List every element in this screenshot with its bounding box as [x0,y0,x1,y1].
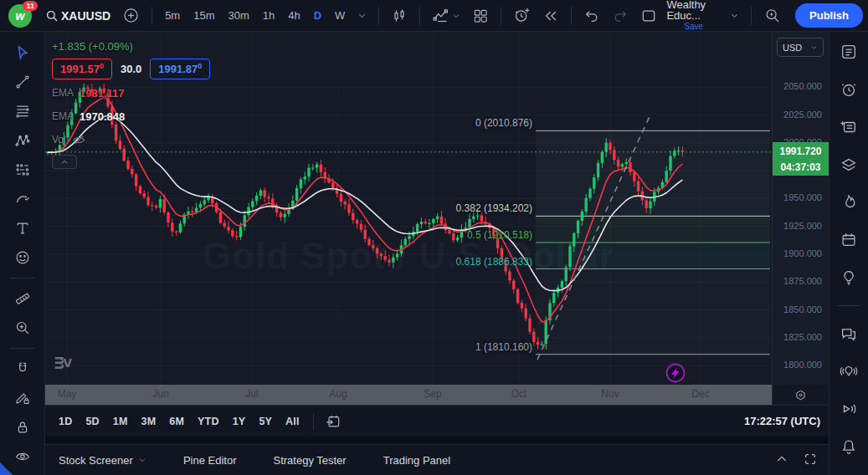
toolbar-separator [571,7,572,25]
streams-button[interactable] [836,399,861,419]
timeframe-1d-active[interactable]: D [309,7,326,24]
drawing-mode-lock-button[interactable] [8,389,37,407]
lock-icon [14,419,31,436]
object-tree-button[interactable] [836,155,861,175]
news-flow-button[interactable] [836,117,861,137]
toolbar-separator [10,278,35,278]
undo-button[interactable] [579,5,604,27]
emoji-tool-button[interactable] [8,248,37,267]
tab-strategy-tester[interactable]: Strategy Tester [273,454,346,467]
goto-date-button[interactable] [321,411,346,432]
month-label: Jul [245,388,258,400]
user-avatar[interactable]: w 11 [8,4,32,28]
range-1d[interactable]: 1D [52,412,79,431]
price-tick: 1950.000 [783,192,822,202]
timeframe-menu-button[interactable] [353,8,371,23]
chat-button[interactable] [836,324,861,344]
range-5y[interactable]: 5Y [252,412,279,431]
expand-panel-button[interactable] [775,452,788,468]
range-all[interactable]: All [279,412,306,431]
timeframe-1w[interactable]: W [330,7,350,24]
bar-replay-button[interactable] [538,5,563,27]
zoom-in-icon [14,319,31,336]
currency-dropdown[interactable]: USD [777,38,824,57]
ema-1-value: 1981.117 [80,87,125,100]
layout-name-button[interactable]: Wealthy Educ... Save [665,0,722,32]
range-1m[interactable]: 1M [106,412,135,431]
redo-button[interactable] [608,5,633,27]
toolbar-separator [378,7,379,25]
pattern-tool-button[interactable] [8,131,37,150]
notification-count-badge: 11 [23,1,38,11]
brush-tool-button[interactable] [8,190,37,208]
tradingview-logo[interactable]: ᴟᴠ [54,353,71,371]
toolbar-separator [152,7,152,25]
calendar-icon [840,231,858,249]
search-icon [44,8,59,23]
buy-price-button[interactable]: 1991.870 [150,59,210,79]
top-toolbar: w 11 XAUUSD 5m 15m 30m 1h 4h D W [0,0,868,32]
timeframe-5m[interactable]: 5m [160,7,185,24]
my-ideas-button[interactable] [836,268,861,288]
range-3m[interactable]: 3M [135,412,163,431]
right-sidebar [829,32,868,475]
publish-button[interactable]: Publish [795,3,863,28]
range-ytd[interactable]: YTD [191,412,226,431]
range-toolbar: 1D 5D 1M 3M 6M YTD 1Y 5Y All 17:22:57 (U… [45,405,829,437]
measure-tool-button[interactable] [8,289,37,308]
layout-menu-button[interactable] [726,8,743,23]
current-price-badge: 1991.720 04:37:03 [773,142,829,176]
sell-price-button[interactable]: 1991.570 [52,59,112,79]
trend-line-tool-button[interactable] [8,73,37,91]
layout-manager-button[interactable] [636,5,661,27]
corner-notification-triangle[interactable] [0,462,13,475]
range-6m[interactable]: 6M [162,412,191,431]
time-axis[interactable]: MayJunJulAugSepOctNovDec [45,385,772,405]
lock-all-drawings-button[interactable] [8,418,37,437]
price-axis[interactable]: USD 2050.0002025.0002000.0001975.0001950… [772,32,829,385]
lightbulb-waves-icon [840,362,858,381]
alerts-button[interactable] [836,79,861,100]
save-label[interactable]: Save [684,21,703,32]
calendar-button[interactable] [836,230,861,250]
timeframe-30m[interactable]: 30m [223,7,254,24]
ema-indicator-row[interactable]: EMA 1981.117 [52,83,210,103]
fib-level-label: 0.5 (1910.518) [467,229,532,241]
magnet-mode-button[interactable] [8,360,37,378]
zoom-in-tool-button[interactable] [8,319,37,337]
forecast-tool-button[interactable] [8,161,37,179]
ema-indicator-row[interactable]: EMA 1970.848 [52,106,210,126]
text-tool-button[interactable] [8,219,37,238]
watchlist-button[interactable] [836,42,861,62]
legend-collapse-button[interactable] [52,155,77,169]
range-5d[interactable]: 5D [79,412,105,431]
range-1y[interactable]: 1Y [226,412,253,431]
play-waves-icon [840,400,858,418]
symbol-search-button[interactable]: XAUUSD [40,6,115,26]
chart-pane[interactable]: Gold Spot / U.S. Dollar 0 (2010.876)0.38… [45,32,772,385]
tab-stock-screener[interactable]: Stock Screener [59,454,146,467]
volume-indicator-row[interactable]: Vol [52,130,210,150]
price-tick: 1825.000 [783,332,822,342]
server-clock[interactable]: 17:22:57 (UTC) [744,415,820,427]
timeframe-4h[interactable]: 4h [283,7,305,24]
compare-add-symbol-button[interactable] [118,4,144,27]
magnet-icon [14,360,31,377]
tab-pine-editor[interactable]: Pine Editor [183,454,237,467]
axis-settings-corner[interactable] [772,385,829,405]
fullscreen-button[interactable] [804,452,817,468]
tab-trading-panel[interactable]: Trading Panel [383,454,450,467]
minds-button[interactable] [836,361,861,381]
layout-grid-button[interactable] [468,5,493,27]
timeframe-15m[interactable]: 15m [188,7,219,24]
notifications-button[interactable] [836,437,861,457]
timeframe-1h[interactable]: 1h [258,7,280,24]
fib-retracement-tool-button[interactable] [8,102,37,120]
hotlists-button[interactable] [836,192,861,212]
tradingview-app: w 11 XAUUSD 5m 15m 30m 1h 4h D W [0,0,868,475]
cursor-tool-button[interactable] [8,43,37,62]
quick-search-button[interactable] [759,4,785,27]
create-alert-button[interactable] [509,4,535,27]
chart-style-button[interactable] [387,5,412,27]
indicators-button[interactable] [428,4,465,27]
